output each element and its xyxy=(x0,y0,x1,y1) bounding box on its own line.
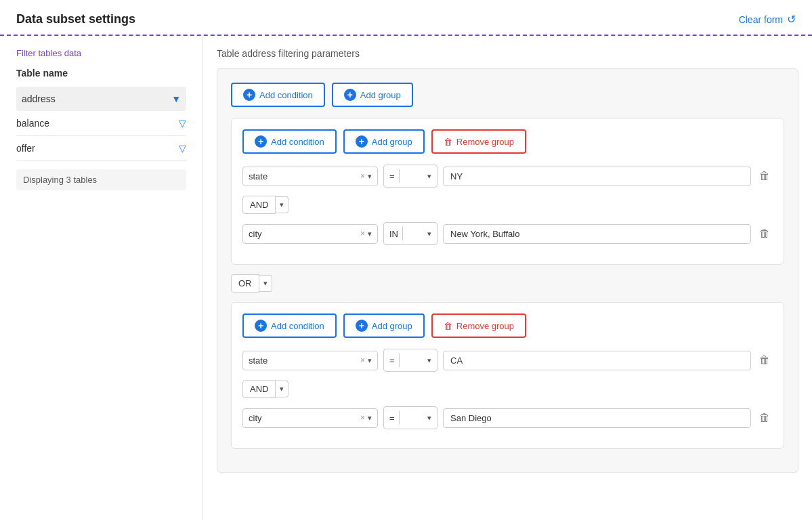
sidebar-item-address[interactable]: address ▼ xyxy=(16,87,186,111)
filter-outer-box: + Add condition + Add group + Add condit… xyxy=(217,68,798,473)
between-groups-chevron-icon[interactable]: ▾ xyxy=(259,275,272,292)
content-title: Table address filtering parameters xyxy=(217,48,798,59)
group2-remove-group-button[interactable]: 🗑 Remove group xyxy=(431,313,526,338)
plus-icon: + xyxy=(356,320,368,332)
top-add-group-label: Add group xyxy=(360,90,401,100)
header: Data subset settings Clear form ↺ xyxy=(0,0,812,26)
trash-icon: 🗑 xyxy=(444,321,452,331)
page-title: Data subset settings xyxy=(16,12,135,26)
top-add-condition-button[interactable]: + Add condition xyxy=(231,83,325,107)
page: Data subset settings Clear form ↺ Filter… xyxy=(0,0,812,520)
chevron-down-icon: ▾ xyxy=(427,172,431,181)
sidebar-item-label-offer: offer xyxy=(16,143,35,154)
chevron-down-icon: ▾ xyxy=(368,414,372,422)
group2-add-condition-label: Add condition xyxy=(271,321,324,331)
field-clear-icon[interactable]: × xyxy=(360,229,365,238)
group1-remove-group-button[interactable]: 🗑 Remove group xyxy=(431,129,526,154)
refresh-icon: ↺ xyxy=(787,13,796,26)
group2-add-group-button[interactable]: + Add group xyxy=(343,313,425,338)
main-content: Filter tables data Table name address ▼ … xyxy=(0,36,812,520)
group2-condition1-field[interactable]: state × ▾ xyxy=(242,351,378,370)
field-clear-icon[interactable]: × xyxy=(360,413,365,422)
group2-condition2-value[interactable] xyxy=(443,408,751,428)
group2-condition1-delete-button[interactable]: 🗑 xyxy=(756,351,773,369)
group1-add-condition-label: Add condition xyxy=(271,137,324,147)
sidebar-item-label-address: address xyxy=(22,93,56,104)
logic-chevron-icon[interactable]: ▾ xyxy=(276,196,289,213)
sidebar-subtitle: Filter tables data xyxy=(16,48,186,58)
group1-add-group-button[interactable]: + Add group xyxy=(343,129,425,154)
plus-icon: + xyxy=(255,320,267,332)
logic-chevron-icon[interactable]: ▾ xyxy=(276,381,289,397)
chevron-down-icon: ▾ xyxy=(427,356,431,365)
field-clear-icon[interactable]: × xyxy=(360,355,365,365)
group1-condition1-operator[interactable]: = ▾ xyxy=(383,165,437,188)
group1-logic-label: AND xyxy=(242,196,276,214)
sidebar-section-title: Table name xyxy=(16,68,186,79)
group2-remove-group-label: Remove group xyxy=(456,321,514,331)
plus-icon: + xyxy=(243,89,255,101)
filter-icon-offer: ▽ xyxy=(179,143,186,154)
group2-condition2-field[interactable]: city × ▾ xyxy=(242,408,378,428)
chevron-down-icon: ▾ xyxy=(427,414,431,422)
top-add-condition-label: Add condition xyxy=(259,90,313,100)
top-buttons: + Add condition + Add group xyxy=(231,83,784,107)
group-2: + Add condition + Add group 🗑 Remove gro… xyxy=(231,302,784,449)
group1-condition2-field[interactable]: city × ▾ xyxy=(242,224,378,244)
group2-add-condition-button[interactable]: + Add condition xyxy=(242,313,337,338)
filter-icon-balance: ▽ xyxy=(179,118,186,129)
group2-condition1-operator[interactable]: = ▾ xyxy=(383,349,437,372)
divider xyxy=(399,353,400,367)
group1-condition2-operator[interactable]: IN ▾ xyxy=(383,222,437,245)
chevron-down-icon: ▾ xyxy=(368,172,372,181)
group1-condition1-field[interactable]: state × ▾ xyxy=(242,167,378,186)
group2-add-group-label: Add group xyxy=(372,321,412,331)
group2-condition1-row: state × ▾ = ▾ 🗑 xyxy=(242,349,773,372)
group2-logic-operator: AND ▾ xyxy=(242,380,773,398)
chevron-down-icon: ▾ xyxy=(427,230,431,238)
group1-logic-operator: AND ▾ xyxy=(242,196,773,214)
group-1: + Add condition + Add group 🗑 Remove gro… xyxy=(231,118,784,265)
group1-condition2-row: city × ▾ IN ▾ 🗑 xyxy=(242,222,773,245)
displaying-info: Displaying 3 tables xyxy=(16,169,186,190)
group1-add-condition-button[interactable]: + Add condition xyxy=(242,129,337,154)
group2-buttons: + Add condition + Add group 🗑 Remove gro… xyxy=(242,313,773,338)
group1-condition1-row: state × ▾ = ▾ 🗑 xyxy=(242,165,773,188)
sidebar: Filter tables data Table name address ▼ … xyxy=(0,36,203,520)
top-add-group-button[interactable]: + Add group xyxy=(332,83,413,107)
divider xyxy=(402,227,403,240)
group2-condition2-operator[interactable]: = ▾ xyxy=(383,406,437,429)
group1-buttons: + Add condition + Add group 🗑 Remove gro… xyxy=(242,129,773,154)
group2-condition2-delete-button[interactable]: 🗑 xyxy=(756,409,773,427)
group2-condition2-row: city × ▾ = ▾ 🗑 xyxy=(242,406,773,429)
plus-icon: + xyxy=(344,89,356,101)
group1-add-group-label: Add group xyxy=(372,137,412,147)
group1-condition1-value[interactable] xyxy=(443,167,751,186)
sidebar-item-offer[interactable]: offer ▽ xyxy=(16,136,186,161)
group2-condition1-value[interactable] xyxy=(443,351,751,370)
clear-form-button[interactable]: Clear form ↺ xyxy=(739,13,796,26)
group1-condition2-delete-button[interactable]: 🗑 xyxy=(756,225,773,242)
sidebar-item-balance[interactable]: balance ▽ xyxy=(16,111,186,136)
content-area: Table address filtering parameters + Add… xyxy=(203,36,812,520)
between-groups-logic: OR ▾ xyxy=(231,274,784,292)
trash-icon: 🗑 xyxy=(444,137,452,147)
between-groups-label: OR xyxy=(231,274,259,292)
group1-condition2-value[interactable] xyxy=(443,224,751,244)
plus-icon: + xyxy=(356,135,368,148)
clear-form-label: Clear form xyxy=(739,14,783,25)
sidebar-item-label-balance: balance xyxy=(16,118,49,129)
chevron-down-icon: ▾ xyxy=(368,356,372,365)
chevron-down-icon: ▾ xyxy=(368,230,372,238)
field-clear-icon[interactable]: × xyxy=(360,171,365,181)
plus-icon: + xyxy=(255,135,267,148)
group1-remove-group-label: Remove group xyxy=(456,137,514,147)
filter-icon-address: ▼ xyxy=(171,93,181,104)
divider xyxy=(399,169,400,183)
divider xyxy=(399,411,400,425)
group2-logic-label: AND xyxy=(242,380,276,398)
group1-condition1-delete-button[interactable]: 🗑 xyxy=(756,167,773,185)
